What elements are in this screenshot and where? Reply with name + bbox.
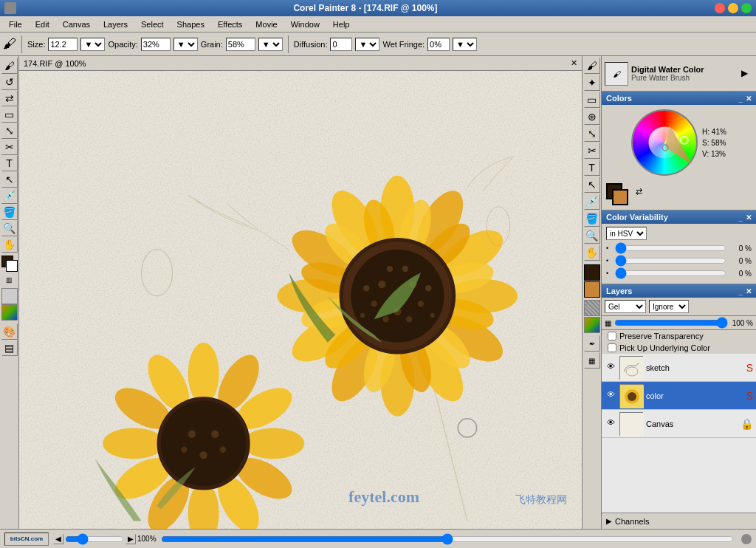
wet-fringe-input[interactable] bbox=[427, 38, 450, 51]
menu-effects[interactable]: Effects bbox=[212, 18, 248, 30]
gradient-swatch[interactable]: ▥ bbox=[1, 272, 18, 288]
tool-strip-zoom2[interactable]: 🔍 bbox=[584, 227, 600, 244]
tool-hand[interactable]: ✋ bbox=[1, 236, 18, 253]
tool-pointer[interactable]: ↖ bbox=[1, 171, 18, 188]
tool-strip-lasso[interactable]: ⊛ bbox=[584, 109, 600, 125]
horizontal-scrollbar[interactable] bbox=[161, 534, 734, 544]
variability-panel-close[interactable]: ✕ bbox=[746, 213, 752, 222]
tool-strip-pen[interactable]: ✒ bbox=[584, 335, 600, 352]
channels-expand-icon[interactable]: ▶ bbox=[606, 517, 612, 525]
variability-panel-minimize[interactable]: _ bbox=[738, 213, 743, 222]
var-s-slider[interactable] bbox=[615, 256, 726, 266]
layer-opacity-slider[interactable] bbox=[614, 318, 728, 328]
close-button[interactable] bbox=[715, 3, 725, 13]
tool-strip-select-rect[interactable]: ▭ bbox=[584, 92, 600, 108]
menu-shapes[interactable]: Shapes bbox=[171, 18, 210, 30]
diffusion-select[interactable]: ▼ bbox=[355, 38, 379, 51]
tool-strip-square[interactable]: ▦ bbox=[584, 352, 600, 369]
foreground-color-swatch[interactable] bbox=[1, 256, 18, 272]
size-input[interactable] bbox=[48, 38, 78, 51]
layers-panel-minimize[interactable]: _ bbox=[738, 287, 743, 295]
menu-select[interactable]: Select bbox=[135, 18, 170, 30]
grain-select[interactable]: ▼ bbox=[258, 38, 283, 51]
tool-strip-hand2[interactable]: ✋ bbox=[584, 244, 600, 261]
tool-strip-crop2[interactable]: ⤡ bbox=[584, 126, 600, 142]
diffusion-input[interactable] bbox=[330, 38, 352, 51]
tool-crop[interactable]: ✂ bbox=[1, 139, 18, 155]
tool-media[interactable]: ▤ bbox=[1, 340, 18, 356]
colors-panel-close[interactable]: ✕ bbox=[746, 95, 752, 103]
tool-zoom[interactable]: 🔍 bbox=[1, 220, 18, 236]
menu-canvas[interactable]: Canvas bbox=[57, 18, 96, 30]
composite-mode-select[interactable]: Gel Normal Multiply bbox=[605, 300, 646, 313]
layer-item-canvas[interactable]: 👁 Canvas 🔒 bbox=[602, 410, 756, 438]
menu-file[interactable]: File bbox=[3, 18, 28, 30]
tool-strip-brush[interactable]: 🖌 bbox=[584, 58, 600, 74]
brush-arrow-icon[interactable]: ▶ bbox=[741, 68, 753, 80]
canvas-close-icon[interactable]: ✕ bbox=[571, 58, 577, 68]
brush-selector: 🖌 Digital Water Color Pure Water Brush ▶ bbox=[602, 56, 756, 92]
minimize-button[interactable] bbox=[728, 3, 738, 13]
tool-eyedropper[interactable]: 💉 bbox=[1, 188, 18, 204]
diffusion-label: Diffusion: bbox=[294, 40, 328, 49]
var-s-value: 0 % bbox=[729, 257, 752, 265]
tool-brush[interactable]: 🖌 bbox=[1, 58, 18, 74]
size-select[interactable]: ▼ bbox=[80, 38, 105, 51]
color-box-dark[interactable] bbox=[584, 264, 600, 281]
texture-pattern-1[interactable] bbox=[584, 300, 600, 316]
canvas-wrapper: 174.RIF @ 100% ✕ bbox=[19, 56, 601, 529]
opacity-select[interactable]: ▼ bbox=[173, 38, 198, 51]
var-v-slider[interactable] bbox=[615, 268, 726, 278]
tool-strip-arrow[interactable]: ↖ bbox=[584, 177, 600, 193]
layer-canvas-eye-icon[interactable]: 👁 bbox=[605, 418, 616, 430]
wet-fringe-select[interactable]: ▼ bbox=[453, 38, 477, 51]
preserve-transparency-checkbox[interactable] bbox=[608, 332, 616, 340]
opacity-input[interactable] bbox=[141, 38, 171, 51]
layer-sketch-eye-icon[interactable]: 👁 bbox=[605, 362, 616, 374]
tool-rect-select[interactable]: ▭ bbox=[1, 106, 18, 123]
pattern-swatch[interactable] bbox=[1, 288, 18, 304]
color-box-orange[interactable] bbox=[584, 281, 600, 298]
preserve-select[interactable]: Ignore Default bbox=[649, 300, 689, 313]
brush-preview-icon[interactable]: 🖌 bbox=[605, 62, 628, 86]
zoom-slider[interactable] bbox=[65, 533, 124, 545]
colors-panel-minimize[interactable]: _ bbox=[738, 95, 743, 103]
menu-layers[interactable]: Layers bbox=[97, 18, 134, 30]
tool-mixer[interactable]: 🎨 bbox=[1, 323, 18, 340]
tool-transform[interactable]: ⤡ bbox=[1, 123, 18, 139]
zoom-in-button[interactable]: ▶ bbox=[126, 534, 136, 544]
layer-color-eye-icon[interactable]: 👁 bbox=[605, 390, 616, 402]
texture-swatch[interactable] bbox=[1, 304, 18, 321]
variability-mode-select[interactable]: in HSV in RGB in HSL bbox=[606, 227, 647, 240]
menu-window[interactable]: Window bbox=[285, 18, 326, 30]
toolbar-sep-2 bbox=[288, 35, 289, 53]
pick-up-checkbox[interactable] bbox=[608, 343, 616, 352]
tool-strip-scissors[interactable]: ✂ bbox=[584, 143, 600, 159]
foreground-bg-swatches[interactable] bbox=[606, 183, 630, 207]
tool-strip-text2[interactable]: T bbox=[584, 160, 600, 176]
tool-strip-dropper[interactable]: 💉 bbox=[584, 193, 600, 210]
background-swatch[interactable] bbox=[612, 189, 628, 205]
tool-mirror[interactable]: ⇄ bbox=[1, 90, 18, 106]
tool-text[interactable]: T bbox=[1, 155, 18, 171]
texture-pattern-2[interactable] bbox=[584, 317, 600, 333]
layer-item-sketch[interactable]: 👁 sketch S bbox=[602, 354, 756, 382]
var-h-slider[interactable] bbox=[615, 243, 726, 253]
maximize-button[interactable] bbox=[741, 3, 752, 13]
layers-panel-close[interactable]: ✕ bbox=[746, 287, 752, 295]
layer-item-color[interactable]: 👁 color S bbox=[602, 382, 756, 410]
zoom-out-button[interactable]: ◀ bbox=[53, 534, 63, 544]
canvas-area[interactable]: feytel.com 飞特教程网 bbox=[19, 71, 582, 529]
menu-movie[interactable]: Movie bbox=[250, 18, 283, 30]
grain-input[interactable] bbox=[226, 38, 255, 51]
menu-help[interactable]: Help bbox=[327, 18, 356, 30]
svg-rect-71 bbox=[620, 357, 644, 380]
swap-colors-icon[interactable]: ⇄ bbox=[636, 187, 652, 203]
tool-paint-bucket[interactable]: 🪣 bbox=[1, 204, 18, 220]
tool-strip-wand[interactable]: ✦ bbox=[584, 75, 600, 91]
tool-strip-bucket[interactable]: 🪣 bbox=[584, 210, 600, 227]
color-wheel[interactable] bbox=[631, 109, 698, 176]
brush-tool-icon[interactable]: 🖌 bbox=[3, 36, 16, 52]
menu-edit[interactable]: Edit bbox=[30, 18, 55, 30]
tool-rotate[interactable]: ↺ bbox=[1, 74, 18, 90]
